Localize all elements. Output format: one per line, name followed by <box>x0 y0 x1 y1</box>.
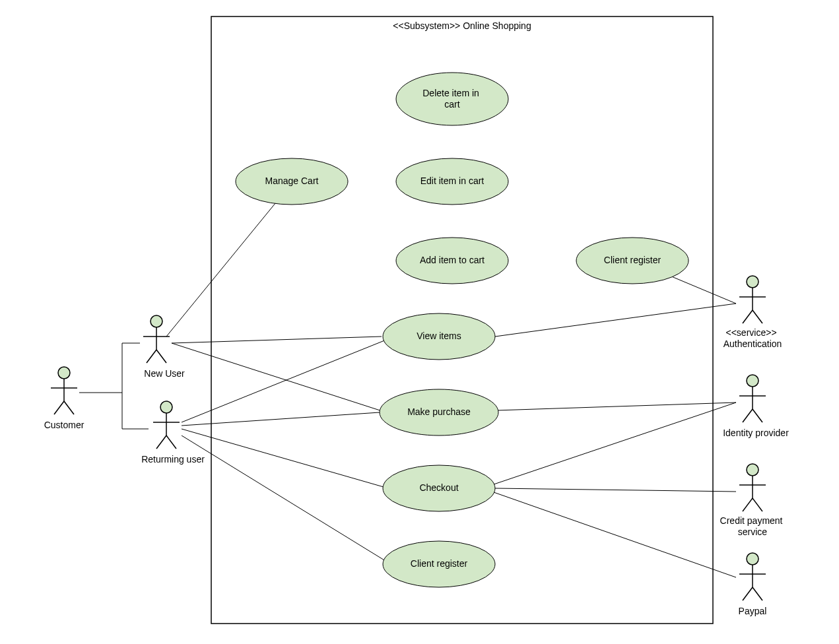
assoc-customer-newuser <box>79 343 140 393</box>
usecase-add-item: Add item to cart <box>396 238 508 284</box>
svg-line-39 <box>743 310 753 323</box>
usecase-edit-item: Edit item in cart <box>396 158 508 205</box>
assoc-identity-checkout <box>492 402 736 485</box>
usecase-make-purchase: Make purchase <box>380 389 498 435</box>
svg-point-48 <box>747 464 758 476</box>
usecase-manage-cart: Manage Cart <box>236 158 348 205</box>
svg-text:Identity provider: Identity provider <box>723 428 789 438</box>
svg-line-34 <box>166 435 176 449</box>
svg-text:Client register: Client register <box>411 558 468 569</box>
usecase-delete-item: Delete item in cart <box>396 73 508 125</box>
svg-line-21 <box>54 401 64 414</box>
svg-point-24 <box>151 315 162 327</box>
usecase-checkout: Checkout <box>383 465 495 511</box>
svg-point-54 <box>747 553 758 565</box>
svg-text:Manage Cart: Manage Cart <box>265 176 319 186</box>
svg-point-30 <box>160 401 172 413</box>
svg-text:Add item to cart: Add item to cart <box>420 255 485 265</box>
assoc-customer-returning <box>122 393 149 429</box>
system-title: <<Subsystem>> Online Shopping <box>393 20 531 31</box>
svg-line-27 <box>147 350 156 363</box>
svg-line-45 <box>743 409 753 422</box>
svg-point-18 <box>58 367 70 379</box>
svg-line-52 <box>753 498 762 511</box>
assoc-paypal-checkout <box>492 492 736 577</box>
svg-line-57 <box>743 587 753 600</box>
assoc-credit-checkout <box>495 488 736 492</box>
assoc-newuser-viewitems <box>172 337 382 343</box>
svg-text:View items: View items <box>417 331 461 341</box>
assoc-returning-checkout <box>182 429 388 488</box>
actor-authentication: <<service>> Authentication <box>723 276 782 349</box>
svg-line-33 <box>156 435 166 449</box>
assoc-identity-makepurchase <box>496 402 736 410</box>
svg-point-36 <box>747 276 758 288</box>
svg-text:Paypal: Paypal <box>739 606 767 616</box>
actor-paypal: Paypal <box>739 553 767 616</box>
svg-line-40 <box>753 310 762 323</box>
usecase-client-register-top: Client register <box>576 238 688 284</box>
svg-text:Customer: Customer <box>44 420 84 430</box>
svg-line-28 <box>156 350 166 363</box>
svg-point-42 <box>747 375 758 387</box>
svg-text:Returming user: Returming user <box>141 454 205 465</box>
svg-text:<<service>>
      Authenticati: <<service>> Authentication <box>723 327 782 349</box>
actor-new-user: New User <box>143 315 185 379</box>
assoc-newuser-makepurchase <box>172 343 386 412</box>
usecase-client-register-bottom: Client register <box>383 541 495 587</box>
svg-line-46 <box>753 409 762 422</box>
svg-text:New User: New User <box>144 368 185 379</box>
usecase-view-items: View items <box>383 313 495 360</box>
actor-identity-provider: Identity provider <box>723 375 789 438</box>
svg-line-22 <box>64 401 74 414</box>
svg-text:Edit item in cart: Edit item in cart <box>420 176 485 186</box>
svg-line-51 <box>743 498 753 511</box>
usecase-diagram: <<Subsystem>> Online Shopping <box>0 0 839 644</box>
assoc-returning-viewitems <box>182 340 386 422</box>
actor-credit-payment: Credit payment service <box>720 464 786 537</box>
actor-customer: Customer <box>44 367 84 430</box>
svg-text:Client register: Client register <box>604 255 661 265</box>
assoc-newuser-managecart <box>166 185 290 337</box>
svg-line-58 <box>753 587 762 600</box>
assoc-returning-clientregister <box>182 435 391 564</box>
svg-text:Checkout: Checkout <box>419 482 458 493</box>
svg-text:Make purchase: Make purchase <box>407 406 471 417</box>
svg-text:Credit payment
      service: Credit payment service <box>720 515 786 537</box>
assoc-auth-viewitems <box>495 304 736 337</box>
